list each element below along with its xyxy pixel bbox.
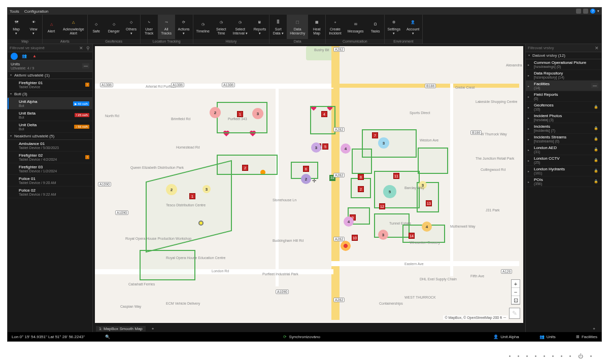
unit-item[interactable]: Unit BetaBot! 25 mi/h — [8, 110, 92, 121]
all-tracks-btn[interactable]: ⤳AllTracks — [158, 15, 175, 39]
map-btn[interactable]: 🗺Map▾ — [8, 15, 25, 39]
facility-marker[interactable]: 1 — [237, 111, 243, 117]
facility-marker[interactable]: 2 — [358, 186, 364, 192]
account-btn[interactable]: 👤Account▾ — [403, 15, 422, 39]
unit-item[interactable]: Firefighter 03Tablet Device / 1/2/2024 — [8, 163, 92, 175]
help-icon[interactable]: ? — [590, 9, 595, 14]
facility-marker[interactable]: 1 — [189, 193, 195, 199]
cluster-marker[interactable]: 3 — [202, 185, 211, 193]
filter-icon[interactable]: ⚲ — [85, 46, 90, 51]
layout-icon[interactable] — [576, 9, 581, 14]
cluster-marker[interactable]: 2 — [210, 107, 221, 118]
layer-item[interactable]: Geofences(10)🔒 — [526, 102, 601, 113]
select-time-btn[interactable]: ◷SelectTime — [213, 15, 230, 39]
sort-data-btn[interactable]: ≣SortData ▾ — [269, 15, 287, 39]
safe-btn[interactable]: ◇Safe — [88, 15, 105, 39]
ack-alert-btn[interactable]: △AcknowledgeAlert — [60, 15, 87, 39]
cluster-marker[interactable]: 2 — [166, 184, 177, 195]
layer-item[interactable]: London Hydrants(161)🔒 — [526, 166, 601, 176]
facility-marker[interactable]: 11 — [393, 173, 399, 179]
window-icon[interactable] — [583, 9, 588, 14]
facility-marker[interactable]: 13 — [426, 200, 432, 206]
cluster-marker[interactable]: 3 — [378, 137, 389, 149]
alert-btn[interactable]: △Alert — [43, 15, 60, 39]
facility-marker[interactable]: 6 — [303, 166, 309, 172]
cluster-marker[interactable]: 4 — [344, 216, 354, 227]
unit-item[interactable]: Unit DeltaBot↕ 56 mi/h — [8, 121, 92, 133]
facility-marker[interactable]: 4 — [321, 111, 327, 117]
geofence[interactable] — [362, 129, 417, 158]
facility-marker[interactable]: 12 — [379, 203, 385, 209]
heat-map-btn[interactable]: ▦HeatMap — [308, 15, 325, 39]
data-hierarchy-btn[interactable]: ⬚DataHierarchy — [287, 15, 308, 39]
facility-marker[interactable]: 8 — [358, 174, 364, 180]
right-tab-add[interactable]: + — [590, 326, 598, 332]
layer-item[interactable]: Common Operational Picture[hzsdrawings] … — [526, 59, 601, 70]
map-canvas[interactable]: + − ⊡ ✎ © MapBox, © OpenStreetMap 200 ft… — [95, 46, 523, 323]
layer-item[interactable]: POIs(356)🔒 — [526, 176, 601, 187]
zoom-extent-btn[interactable]: ⊡ — [512, 296, 520, 304]
layer-item[interactable]: Incident Photos[hzsdata] (3) — [526, 113, 601, 123]
tab-group[interactable]: 👥 — [21, 53, 28, 60]
cluster-marker[interactable]: 4 — [341, 143, 351, 154]
cluster-marker[interactable]: 5 — [383, 185, 396, 198]
search-icon[interactable]: 🔍 — [105, 335, 110, 339]
layer-item[interactable]: Incidents[incidents] (7)🔒 — [526, 123, 601, 134]
right-filter-input[interactable] — [528, 46, 593, 50]
tab-user[interactable] — [11, 53, 18, 60]
create-incident-btn[interactable]: ＋CreateIncident — [326, 15, 345, 39]
messages-btn[interactable]: ✉Messages — [345, 15, 367, 39]
power-icon[interactable]: ⏻ — [578, 353, 583, 359]
user-track-btn[interactable]: ⤷UserTrack — [141, 15, 158, 39]
zoom-out-btn[interactable]: − — [512, 288, 520, 296]
timeline-btn[interactable]: ◷Timeline — [193, 15, 213, 39]
left-filter-input[interactable] — [10, 46, 77, 50]
section-header[interactable]: Boti (3) — [8, 91, 92, 98]
cluster-marker[interactable]: 3 — [378, 230, 388, 240]
cluster-marker[interactable]: 2 — [301, 174, 311, 184]
facility-marker[interactable]: 10 — [352, 235, 358, 241]
cluster-marker[interactable]: 3 — [252, 108, 263, 119]
status-user[interactable]: 👤 Unit Alpha — [493, 335, 519, 339]
facility-marker[interactable]: 2 — [242, 165, 248, 171]
tab-alert[interactable]: ▲ — [31, 53, 38, 60]
geofence[interactable] — [418, 148, 448, 174]
layer-item[interactable]: London CCTV(25)🔒 — [526, 155, 601, 166]
unit-item[interactable]: Ambulance 01Tablet Device / 5/30/2023 — [8, 140, 92, 152]
geofence[interactable] — [310, 106, 335, 134]
facility-marker[interactable]: 7 — [372, 132, 378, 138]
collapse-btn[interactable]: — — [82, 63, 89, 68]
clear-icon[interactable]: ✕ — [594, 46, 599, 51]
facility-marker[interactable]: 14 — [409, 233, 415, 239]
clear-icon[interactable]: ✕ — [79, 46, 84, 51]
layer-item[interactable]: London AED(31)🔒 — [526, 144, 601, 155]
map-tab-add[interactable]: + — [149, 326, 157, 332]
menu-config[interactable]: Configuration — [24, 9, 49, 14]
danger-btn[interactable]: ◇Danger — [105, 15, 123, 39]
edit-btn[interactable]: ✎ — [509, 308, 520, 319]
cluster-marker[interactable]: 3 — [311, 142, 321, 153]
actions-btn[interactable]: ⟳Actions▾ — [175, 15, 193, 39]
select-interval-btn[interactable]: ◷SelectInterval ▾ — [230, 15, 251, 39]
unit-item[interactable]: Police 01Tablet Device / 9:20 AM — [8, 175, 92, 187]
layers-group-header[interactable]: Datové vrstvy (12) — [526, 52, 601, 59]
status-group[interactable]: 👥 Units — [539, 335, 556, 339]
cluster-marker[interactable]: 4 — [422, 222, 432, 232]
layer-item[interactable]: Incidents Streams[hzsstreams] (0)🔒 — [526, 134, 601, 144]
layer-item[interactable]: Data Repository[hzsrepository] (14) — [526, 70, 601, 81]
unit-item[interactable]: Firefighter 02Tablet Device / 4/2/2024! — [8, 152, 92, 163]
view-btn[interactable]: 👁View▾ — [25, 15, 42, 39]
unit-item[interactable]: Firefighter 01Tablet Device! — [8, 79, 92, 91]
tasks-btn[interactable]: 🗒Tasks — [367, 15, 384, 39]
settings-btn[interactable]: ⚙Settings▾ — [385, 15, 403, 39]
layer-item[interactable]: Field Reports(0) — [526, 91, 601, 102]
unit-item[interactable]: Unit AlphaBot▶ 40 mi/h — [8, 98, 92, 110]
menu-caret[interactable]: ▾ — [597, 9, 599, 13]
geofence[interactable] — [140, 250, 195, 280]
reports-btn[interactable]: 🗎Reports▾ — [251, 15, 269, 39]
status-layer[interactable]: ⊞ Facilities — [576, 335, 597, 339]
facility-marker[interactable]: 5 — [322, 143, 328, 150]
section-header[interactable]: Aktivní uživatelé (1) — [8, 72, 92, 79]
unit-item[interactable]: Police 02Tablet Device / 9:22 AM — [8, 187, 92, 198]
map-tab-1[interactable]: 1: MapBox Smooth Map — [96, 326, 146, 332]
